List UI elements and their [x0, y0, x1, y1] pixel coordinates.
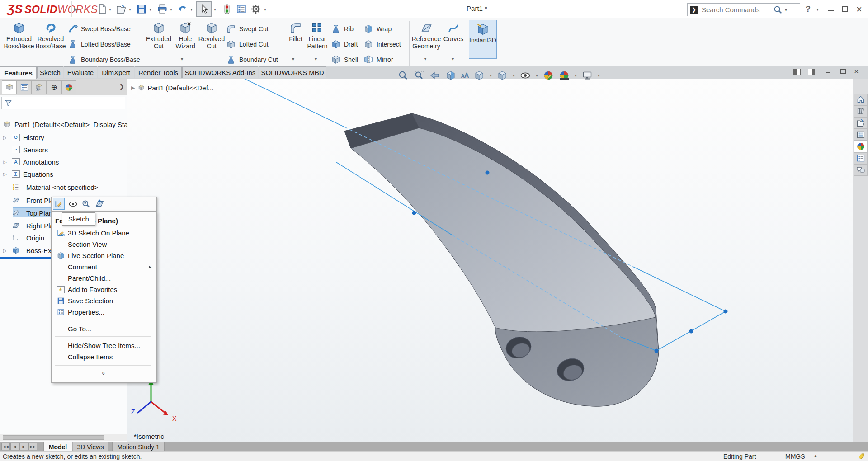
swept-boss-base-button[interactable]: Swept Boss/Base: [68, 23, 131, 35]
solidworks-forum-button[interactable]: [854, 164, 868, 176]
linear-pattern-button[interactable]: LinearPattern: [306, 21, 329, 50]
boundary-cut-button[interactable]: Boundary Cut: [226, 53, 278, 66]
menu-item-parent-child[interactable]: Parent/Child...: [53, 273, 155, 284]
custom-properties-button[interactable]: [854, 152, 868, 164]
display-style-icon[interactable]: [497, 70, 508, 81]
fillet-button[interactable]: Fillet: [287, 21, 305, 42]
tree-item-top-plane[interactable]: Top Plane: [12, 207, 57, 218]
previous-view-icon[interactable]: [429, 70, 440, 81]
search-scope-dropdown[interactable]: ▾: [785, 8, 787, 12]
tab-render-tools[interactable]: Render Tools: [135, 66, 182, 78]
display-style-dropdown[interactable]: ▾: [513, 73, 515, 78]
expand-arrow[interactable]: ▷: [3, 135, 7, 140]
graphics-area[interactable]: Y X Z ▶ Part1 (Default<<Def... 🗚 ▾ ▾ ▾: [127, 79, 853, 442]
print-dropdown[interactable]: ▾: [170, 7, 172, 12]
shell-button[interactable]: Shell: [331, 53, 358, 66]
menu-item-live-section-plane[interactable]: Live Section Plane: [53, 250, 155, 261]
view-orientation-icon[interactable]: [474, 70, 485, 81]
hide-show-icon[interactable]: [68, 199, 78, 209]
window-close-button[interactable]: ×: [856, 4, 862, 15]
linear-pattern-flyout-caret[interactable]: ▾: [315, 57, 317, 61]
print-icon[interactable]: [157, 4, 168, 14]
view-palette-button[interactable]: [854, 129, 868, 141]
hole-wizard-flyout-caret[interactable]: ▾: [181, 57, 183, 61]
tab-featuremanager-design-tree[interactable]: [2, 80, 17, 94]
window-restore-button[interactable]: [842, 6, 848, 12]
appearances-scenes-button[interactable]: [854, 141, 868, 152]
reference-geometry-button[interactable]: ReferenceGeometry: [411, 21, 441, 50]
last-tab-button[interactable]: ▶▶: [28, 443, 37, 450]
tag-icon[interactable]: [857, 452, 865, 461]
panel-tabs-overflow[interactable]: ❯: [119, 83, 124, 90]
window-minimize-button[interactable]: [828, 10, 834, 11]
hole-wizard-button[interactable]: HoleWizard: [173, 21, 198, 50]
undo-icon[interactable]: [177, 4, 188, 14]
tree-item-equations[interactable]: ΣEquations: [12, 169, 53, 179]
search-commands-box[interactable]: ❯ ▾: [687, 3, 800, 16]
view-settings-icon[interactable]: [582, 70, 593, 81]
menu-item-save-selection[interactable]: Save Selection: [53, 295, 155, 306]
new-document-dropdown[interactable]: ▾: [109, 7, 111, 12]
next-tab-button[interactable]: ▶: [19, 443, 28, 450]
section-view-icon[interactable]: [445, 70, 456, 81]
extruded-cut-button[interactable]: ExtrudedCut: [146, 21, 172, 50]
lofted-boss-base-button[interactable]: Lofted Boss/Base: [68, 38, 131, 51]
open-dropdown[interactable]: ▾: [129, 7, 131, 12]
menu-item-section-view[interactable]: Section View: [53, 239, 155, 250]
tree-item-sensors[interactable]: ◔Sensors: [12, 144, 48, 155]
tab-dimxpertmanager[interactable]: ⊕: [47, 80, 61, 94]
design-library-button[interactable]: [854, 105, 868, 117]
search-icon[interactable]: [773, 5, 783, 15]
extruded-boss-base-button[interactable]: ExtrudedBoss/Base: [4, 21, 34, 50]
hide-show-items-dropdown[interactable]: ▾: [536, 73, 538, 78]
menu-item-add-to-favorites[interactable]: ★Add to Favorites: [53, 284, 155, 295]
intersect-button[interactable]: Intersect: [363, 38, 401, 51]
rebuild-icon[interactable]: [222, 4, 232, 14]
wrap-button[interactable]: Wrap: [363, 23, 392, 35]
breadcrumb-expand-icon[interactable]: ▶: [131, 85, 135, 91]
tab-configurationmanager[interactable]: [32, 80, 47, 94]
tab-propertymanager[interactable]: [17, 80, 32, 94]
menu-item-properties[interactable]: Properties...: [53, 306, 155, 318]
tab-sketch[interactable]: Sketch: [37, 66, 63, 78]
revolved-boss-base-button[interactable]: RevolvedBoss/Base: [35, 21, 66, 50]
tab-displaymanager[interactable]: [61, 80, 76, 94]
curves-button[interactable]: Curves: [442, 21, 465, 42]
expand-arrow[interactable]: ▷: [3, 248, 7, 253]
curves-flyout-caret[interactable]: ▾: [452, 57, 454, 61]
save-dropdown[interactable]: ▾: [149, 7, 151, 12]
tree-horizontal-scrollbar[interactable]: [0, 434, 127, 441]
file-explorer-button[interactable]: [854, 117, 868, 129]
first-tab-button[interactable]: ◀◀: [1, 443, 10, 450]
draft-button[interactable]: Draft: [331, 38, 358, 51]
apply-scene-dropdown[interactable]: ▾: [575, 73, 577, 78]
rib-button[interactable]: Rib: [331, 23, 354, 35]
edit-appearance-icon[interactable]: [543, 70, 554, 81]
help-dropdown[interactable]: ▾: [816, 7, 819, 12]
tab-motion-study-1[interactable]: Motion Study 1: [112, 442, 165, 451]
zoom-to-fit-icon[interactable]: [398, 70, 409, 81]
swept-cut-button[interactable]: Swept Cut: [226, 23, 269, 35]
revolved-cut-button[interactable]: RevolvedCut: [199, 21, 224, 50]
open-icon[interactable]: [116, 4, 127, 14]
tab-model[interactable]: Model: [43, 442, 72, 451]
logo-flyout-arrow[interactable]: ▶: [71, 1, 80, 17]
tab-evaluate[interactable]: Evaluate: [64, 66, 97, 78]
instant3d-toggle[interactable]: Instant3D: [469, 20, 497, 59]
tree-item-material[interactable]: Material <not specified>: [12, 182, 98, 193]
document-restore-button[interactable]: [840, 69, 846, 74]
hide-show-items-icon[interactable]: [520, 70, 531, 81]
mirror-button[interactable]: Mirror: [363, 53, 393, 66]
annotation-views-icon[interactable]: 🗚: [461, 71, 469, 80]
tab-solidworks-add-ins[interactable]: SOLIDWORKS Add-Ins: [182, 66, 258, 78]
zoom-to-selection-icon[interactable]: [81, 199, 91, 209]
scrollbar-thumb[interactable]: [3, 435, 104, 440]
normal-to-icon[interactable]: [94, 199, 104, 209]
breadcrumb[interactable]: ▶ Part1 (Default<<Def...: [131, 84, 213, 92]
display-settings-icon[interactable]: [236, 4, 247, 14]
viewport-canvas[interactable]: Y X Z: [127, 79, 853, 442]
tree-filter-box[interactable]: [1, 97, 125, 109]
pane-left-icon[interactable]: [793, 69, 801, 75]
tab-3d-views[interactable]: 3D Views: [73, 442, 108, 451]
tree-item-annotations[interactable]: AAnnotations: [12, 156, 59, 167]
